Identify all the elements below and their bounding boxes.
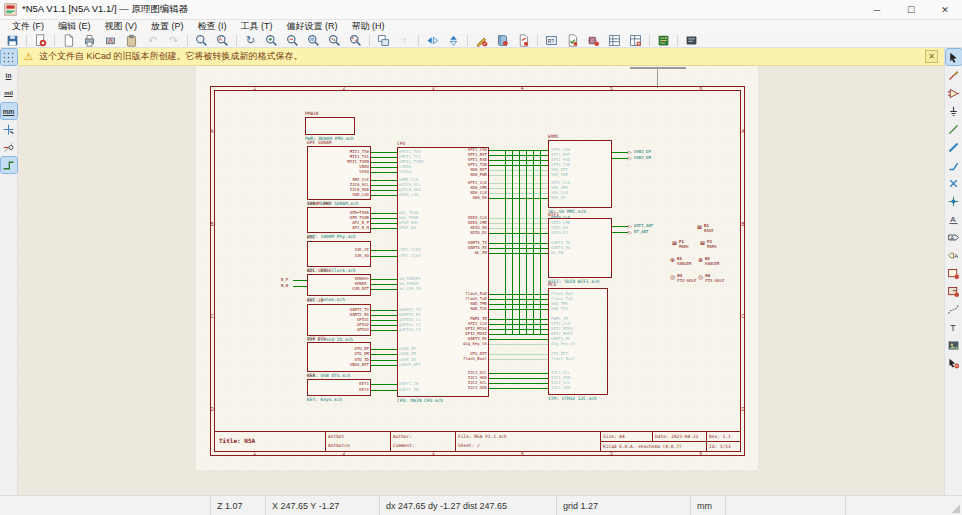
refresh-view-button[interactable]: ↻ — [240, 33, 261, 48]
place-power-port-button[interactable] — [946, 103, 962, 119]
paste-button[interactable] — [121, 33, 142, 48]
wire[interactable] — [371, 228, 397, 229]
wire[interactable] — [371, 325, 397, 326]
wire[interactable] — [489, 388, 548, 389]
wire[interactable] — [612, 232, 628, 233]
zoom-fit-button[interactable] — [303, 33, 324, 48]
wire[interactable] — [371, 284, 397, 285]
sheet-mcu[interactable] — [548, 288, 608, 395]
mirror-vertical-button[interactable] — [422, 33, 443, 48]
wire[interactable] — [371, 162, 397, 163]
hv-wire-mode-button[interactable] — [1, 157, 17, 173]
bus-wire[interactable] — [512, 150, 513, 334]
wire[interactable] — [371, 310, 397, 311]
place-text-button[interactable]: T — [946, 319, 962, 335]
show-hidden-pins-button[interactable] — [1, 139, 17, 155]
wire[interactable] — [489, 373, 548, 374]
delete-tool-button[interactable] — [946, 355, 962, 371]
hierarchical-sheet-button[interactable] — [946, 265, 962, 281]
plot-button[interactable] — [100, 33, 121, 48]
wire[interactable] — [371, 223, 397, 224]
mount-hole-H1[interactable]: ⊕H1HANGER — [670, 257, 691, 267]
wire[interactable] — [293, 286, 307, 287]
select-tool-button[interactable] — [946, 49, 962, 65]
annotate-schematic-button[interactable]: R? — [541, 33, 562, 48]
wire[interactable] — [489, 344, 548, 345]
wire[interactable] — [293, 280, 307, 281]
wire[interactable] — [489, 354, 548, 355]
global-label-button[interactable]: A — [946, 229, 962, 245]
infobar-close-icon[interactable]: ✕ — [925, 50, 938, 63]
wire[interactable] — [371, 289, 397, 290]
schematic-canvas[interactable]: 112233445566AABBCCDD PM810PWR: RK809 PMU… — [18, 66, 944, 495]
wire[interactable] — [612, 226, 628, 227]
menu-item-3[interactable]: 放置 (P) — [145, 20, 190, 33]
wire[interactable] — [371, 157, 397, 158]
bus-entry-button[interactable] — [946, 157, 962, 173]
units-mm-button[interactable]: mm — [1, 103, 17, 119]
wire[interactable] — [371, 152, 397, 153]
wire[interactable] — [371, 349, 397, 350]
mount-hole-H3[interactable]: ◎H3FIX-HOLE — [670, 274, 697, 284]
footprint-editor-button[interactable] — [681, 33, 702, 48]
bus-wire[interactable] — [526, 150, 527, 334]
menu-item-5[interactable]: 工具 (T) — [235, 20, 279, 33]
draw-wire-button[interactable] — [946, 121, 962, 137]
wire[interactable] — [371, 213, 397, 214]
menu-item-6[interactable]: 偏好设置 (R) — [281, 20, 344, 33]
wire[interactable] — [371, 218, 397, 219]
wire[interactable] — [489, 359, 548, 360]
wire[interactable] — [371, 279, 397, 280]
assign-footprints-button[interactable] — [583, 33, 604, 48]
wire[interactable] — [371, 315, 397, 316]
mount-hole-H4[interactable]: ◎H4FIX-HOLE — [698, 274, 725, 284]
place-image-button[interactable] — [946, 337, 962, 353]
wire[interactable] — [371, 250, 397, 251]
sheet-emmc[interactable] — [548, 140, 612, 208]
draw-bus-button[interactable] — [946, 139, 962, 155]
erc-check-button[interactable] — [562, 33, 583, 48]
wire[interactable] — [371, 330, 397, 331]
menu-item-0[interactable]: 文件 (F) — [6, 20, 50, 33]
cursor-shape-button[interactable] — [1, 121, 17, 137]
wire[interactable] — [371, 167, 397, 168]
menu-item-4[interactable]: 检查 (I) — [192, 20, 233, 33]
hierarchical-label-button[interactable]: A — [946, 247, 962, 263]
bus-wire[interactable] — [533, 150, 534, 334]
wire[interactable] — [489, 378, 548, 379]
mount-hole-H2[interactable]: ⊕H2HANGER — [698, 257, 719, 267]
import-sheet-pin-button[interactable] — [946, 283, 962, 299]
mount-hole-F1[interactable]: ⊠F1MARK — [672, 240, 689, 250]
draw-lines-button[interactable] — [946, 301, 962, 317]
wire[interactable] — [371, 320, 397, 321]
wire[interactable] — [371, 195, 397, 196]
menu-item-1[interactable]: 编辑 (E) — [52, 20, 97, 33]
sheet-wifi[interactable] — [548, 218, 612, 278]
units-mils-button[interactable]: mil — [1, 85, 17, 101]
mirror-horizontal-button[interactable] — [443, 33, 464, 48]
save-button[interactable] — [2, 33, 23, 48]
wire[interactable] — [371, 256, 397, 257]
wire[interactable] — [612, 158, 628, 159]
find-button[interactable] — [191, 33, 212, 48]
no-connect-flag-button[interactable] — [946, 175, 962, 191]
mount-hole-K1[interactable]: ⊠K1BASE — [697, 224, 714, 234]
wire[interactable] — [489, 334, 548, 335]
zoom-out-button[interactable] — [282, 33, 303, 48]
minimize-button[interactable]: ─ — [860, 0, 894, 19]
page-settings-button[interactable] — [58, 33, 79, 48]
bus-wire[interactable] — [540, 150, 541, 334]
wire[interactable] — [371, 354, 397, 355]
wire[interactable] — [371, 390, 397, 391]
open-pcb-editor-button[interactable] — [653, 33, 674, 48]
mount-hole-F2[interactable]: ⊠F2MARK — [700, 240, 717, 250]
print-button[interactable] — [79, 33, 100, 48]
annotate-button[interactable] — [513, 33, 534, 48]
symbol-fields-table-button[interactable] — [625, 33, 646, 48]
maximize-button[interactable]: ☐ — [894, 0, 928, 19]
wire[interactable] — [612, 152, 628, 153]
net-label-button[interactable]: A — [946, 211, 962, 227]
wire[interactable] — [489, 339, 548, 340]
bus-wire[interactable] — [519, 150, 520, 334]
place-symbol-button[interactable] — [946, 85, 962, 101]
